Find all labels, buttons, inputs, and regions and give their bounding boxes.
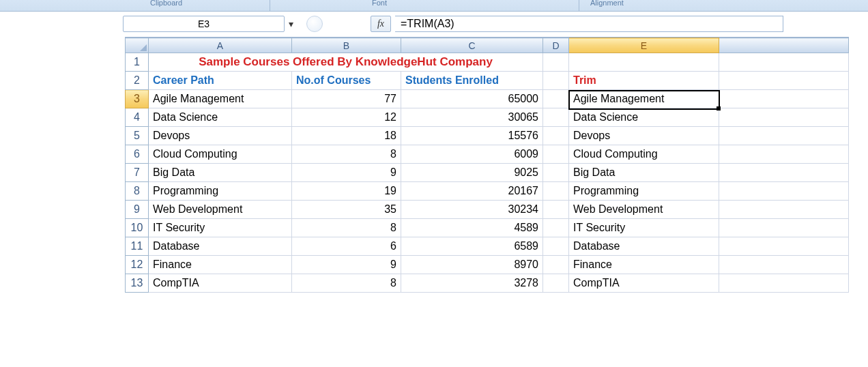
row-header[interactable]: 3 [126, 90, 149, 108]
cell[interactable]: 30234 [401, 201, 543, 219]
cell[interactable]: 15576 [401, 127, 543, 145]
cell[interactable]: Data Science [149, 108, 292, 127]
cell[interactable]: Finance [149, 256, 292, 274]
col-header-C[interactable]: C [401, 38, 543, 53]
cell[interactable] [543, 201, 569, 219]
cell[interactable] [719, 237, 849, 256]
cell-title[interactable]: Sample Courses Offered By KnowledgeHut C… [149, 53, 543, 72]
cell[interactable] [543, 182, 569, 201]
cell[interactable]: Devops [149, 127, 292, 145]
row-header[interactable]: 9 [126, 201, 149, 219]
cell[interactable]: 9025 [401, 164, 543, 182]
cell[interactable]: 6009 [401, 145, 543, 164]
cell[interactable]: IT Security [149, 219, 292, 237]
cell[interactable]: Database [569, 237, 719, 256]
cell[interactable] [543, 219, 569, 237]
cell[interactable]: Database [149, 237, 292, 256]
cell[interactable]: 77 [292, 90, 401, 108]
cell[interactable] [719, 219, 849, 237]
cell[interactable]: 8 [292, 219, 401, 237]
cell[interactable]: 6589 [401, 237, 543, 256]
cell[interactable]: 6 [292, 237, 401, 256]
col-header-E[interactable]: E [569, 38, 719, 53]
cell[interactable] [719, 108, 849, 127]
row-header[interactable]: 2 [126, 72, 149, 90]
row-header[interactable]: 13 [126, 274, 149, 293]
col-header-D[interactable]: D [543, 38, 569, 53]
cell[interactable]: 8 [292, 274, 401, 293]
cell[interactable] [719, 274, 849, 293]
cell[interactable] [543, 72, 569, 90]
cell[interactable]: IT Security [569, 219, 719, 237]
cell[interactable]: 3278 [401, 274, 543, 293]
row-header[interactable]: 10 [126, 219, 149, 237]
cell[interactable] [543, 164, 569, 182]
cell[interactable]: Career Path [149, 72, 292, 90]
cell[interactable]: No.of Courses [292, 72, 401, 90]
row-header[interactable]: 1 [126, 53, 149, 72]
cell[interactable] [543, 90, 569, 108]
cell[interactable]: Big Data [569, 164, 719, 182]
cell[interactable] [543, 53, 569, 72]
row-header[interactable]: 8 [126, 182, 149, 201]
row-header[interactable]: 6 [126, 145, 149, 164]
cell[interactable] [543, 145, 569, 164]
cancel-formula-icon[interactable] [306, 16, 323, 32]
cell[interactable]: Students Enrolled [401, 72, 543, 90]
cell[interactable]: Cloud Computing [149, 145, 292, 164]
cell[interactable]: 9 [292, 256, 401, 274]
cell[interactable]: Web Development [569, 201, 719, 219]
row-header[interactable]: 11 [126, 237, 149, 256]
row-header[interactable]: 12 [126, 256, 149, 274]
cell[interactable]: Agile Management [149, 90, 292, 108]
cell[interactable] [719, 256, 849, 274]
name-box[interactable]: E3 ▾ [123, 16, 285, 32]
cell[interactable]: 8 [292, 145, 401, 164]
row-header[interactable]: 7 [126, 164, 149, 182]
cell[interactable]: Data Science [569, 108, 719, 127]
cell[interactable]: CompTIA [569, 274, 719, 293]
cell[interactable]: 9 [292, 164, 401, 182]
cell[interactable]: 30065 [401, 108, 543, 127]
cell[interactable] [543, 127, 569, 145]
cell[interactable]: 19 [292, 182, 401, 201]
cell[interactable] [719, 201, 849, 219]
cell[interactable]: CompTIA [149, 274, 292, 293]
cell[interactable]: 65000 [401, 90, 543, 108]
cell[interactable] [719, 90, 849, 108]
cell[interactable] [543, 256, 569, 274]
cell[interactable] [719, 72, 849, 90]
cell[interactable] [543, 274, 569, 293]
cell[interactable]: Programming [569, 182, 719, 201]
col-header-A[interactable]: A [149, 38, 292, 53]
cell[interactable] [719, 145, 849, 164]
cell[interactable]: Programming [149, 182, 292, 201]
cell[interactable] [719, 164, 849, 182]
cell[interactable] [719, 53, 849, 72]
cell[interactable]: 18 [292, 127, 401, 145]
fx-button[interactable]: fx [371, 16, 391, 32]
cell[interactable]: Big Data [149, 164, 292, 182]
cell[interactable]: 8970 [401, 256, 543, 274]
row-header[interactable]: 4 [126, 108, 149, 127]
cell[interactable]: Cloud Computing [569, 145, 719, 164]
cell[interactable]: Devops [569, 127, 719, 145]
cell-active[interactable]: Agile Management [569, 90, 719, 108]
cell[interactable] [569, 53, 719, 72]
cell[interactable] [543, 237, 569, 256]
cell[interactable]: Finance [569, 256, 719, 274]
cell[interactable]: Trim [569, 72, 719, 90]
select-all-corner[interactable] [126, 38, 149, 53]
spreadsheet-grid[interactable]: A B C D E 1 Sample Courses Offered By Kn… [125, 38, 849, 293]
cell[interactable]: Web Development [149, 201, 292, 219]
cell[interactable] [543, 108, 569, 127]
cell[interactable]: 12 [292, 108, 401, 127]
row-header[interactable]: 5 [126, 127, 149, 145]
chevron-down-icon[interactable]: ▾ [285, 18, 296, 30]
col-header-F[interactable] [719, 38, 849, 53]
cell[interactable] [719, 127, 849, 145]
cell[interactable]: 20167 [401, 182, 543, 201]
formula-bar[interactable]: =TRIM(A3) [395, 16, 783, 32]
cell[interactable]: 4589 [401, 219, 543, 237]
cell[interactable] [719, 182, 849, 201]
